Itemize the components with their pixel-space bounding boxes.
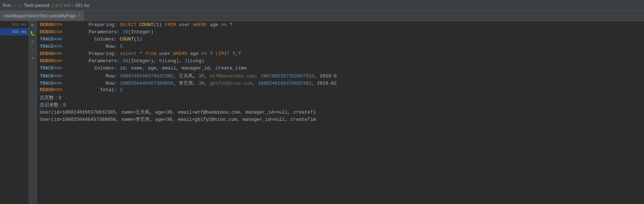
log-prefix: DEBUG==> [40, 51, 83, 56]
log-prefix: TRACE<== [40, 65, 83, 71]
log-line: TRACE<== Row: 5 [37, 43, 644, 51]
log-text: Preparing: select * from user WHERE age … [83, 51, 241, 56]
log-line: DEBUG==> Preparing: select * from user W… [37, 51, 644, 58]
log-line: DEBUG<== Total: 2 [37, 87, 644, 94]
log-text: Row: 1088248166370832385, 王天风, 30, wtf@b… [83, 73, 337, 79]
log-line: TRACE<== Columns: id, name, age, email, … [37, 65, 644, 72]
log-text: Row: 5 [83, 44, 122, 49]
log-prefix: DEBUG<== [40, 87, 83, 93]
log-line: DEBUG==> Preparing: SELECT COUNT(1) FROM… [37, 22, 644, 29]
log-text: Columns: id, name, age, email, manager_i… [83, 65, 246, 71]
bookmark-icon[interactable]: ★ [31, 55, 34, 61]
tab-label: UserMapperSelectTest.selectMyPage [4, 13, 76, 18]
user-record-text: User(id=1088248166370832385, name=王天风, a… [40, 109, 316, 115]
filter-icon[interactable]: ⚙ [31, 39, 34, 44]
run-label: Run: [3, 3, 12, 8]
total-records-text: 总记录数：5 [40, 102, 66, 108]
log-line: TRACE<== Row: 1088250446457389058, 李艺伟, … [37, 80, 644, 87]
log-text: Total: 2 [83, 87, 122, 93]
test-result-text: Tests passed: 1 of 1 test – 531 ms [24, 3, 90, 8]
run-icon[interactable]: ▶ [31, 22, 34, 28]
check-icon: ✓ [19, 3, 22, 8]
log-content-area: DEBUG==> Preparing: SELECT COUNT(1) FROM… [37, 21, 644, 204]
summary-total-records: 总记录数：5 [37, 101, 644, 109]
summary-total-pages: 总页数：3 [37, 94, 644, 101]
icon-sidebar: ▶ 🐛 ⚙ ↕ ★ [29, 21, 37, 204]
timing-sidebar: 531 ms 531 ms [0, 21, 29, 204]
log-line: DEBUG==> Parameters: 26(Integer), 0(Long… [37, 58, 644, 65]
timing-item-2: 531 ms [0, 28, 29, 35]
log-line: DEBUG==> Parameters: 26(Integer) [37, 29, 644, 36]
total-pages-text: 总页数：3 [40, 94, 61, 101]
log-line: TRACE<== Columns: COUNT(1) [37, 36, 644, 43]
user-record-1: User(id=1088248166370832385, name=王天风, a… [37, 109, 644, 116]
log-text: Preparing: SELECT COUNT(1) FROM user WHE… [83, 22, 233, 27]
timing-item-1: 531 ms [0, 21, 29, 28]
log-text: Parameters: 26(Integer), 0(Long), 2(Long… [83, 58, 204, 64]
tab-selectmypage[interactable]: UserMapperSelectTest.selectMyPage × [0, 11, 84, 21]
log-prefix: TRACE<== [40, 44, 83, 49]
log-line: TRACE<== Row: 1088248166370832385, 王天风, … [37, 72, 644, 80]
log-prefix: TRACE<== [40, 73, 83, 79]
main-layout: 531 ms 531 ms ▶ 🐛 ⚙ ↕ ★ DEBUG==> Prepari… [0, 21, 644, 204]
log-text: Columns: COUNT(1) [83, 37, 142, 42]
tab-close-icon[interactable]: × [78, 14, 80, 18]
log-text: Row: 1088250446457389058, 李艺伟, 30, gblfy… [83, 80, 337, 86]
log-prefix: TRACE<== [40, 37, 83, 42]
debug-icon[interactable]: 🐛 [30, 31, 35, 36]
tab-bar: UserMapperSelectTest.selectMyPage × [0, 11, 644, 21]
user-record-text: User(id=1088250446457389058, name=李艺伟, a… [40, 116, 316, 123]
log-prefix: DEBUG==> [40, 58, 83, 64]
chevron-icon: » [14, 3, 17, 8]
scroll-icon[interactable]: ↕ [31, 47, 34, 52]
top-bar: Run: » ✓ Tests passed: 1 of 1 test – 531… [0, 0, 644, 11]
log-prefix: DEBUG==> [40, 29, 83, 35]
log-prefix: DEBUG==> [40, 22, 83, 27]
log-text: Parameters: 26(Integer) [83, 29, 154, 35]
user-record-2: User(id=1088250446457389058, name=李艺伟, a… [37, 116, 644, 123]
log-prefix: TRACE<== [40, 81, 83, 86]
